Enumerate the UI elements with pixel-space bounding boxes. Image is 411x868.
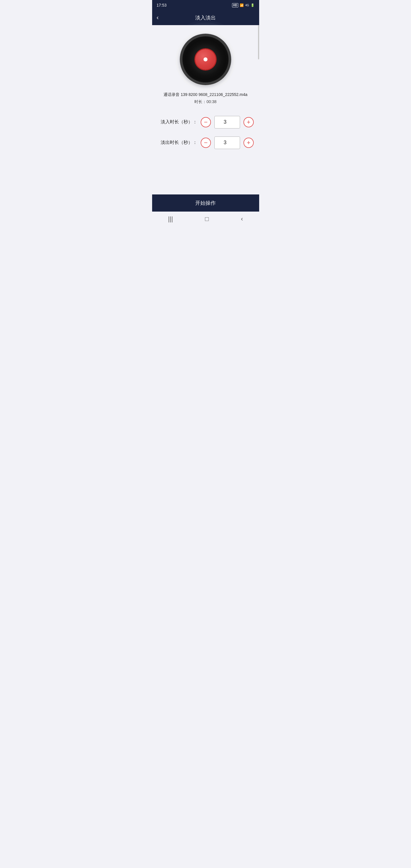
file-name: 通话录音 139 8200 9608_221106_222552.m4a xyxy=(163,92,247,98)
battery-icon: 🔋 xyxy=(251,3,255,7)
fade-out-decrease-button[interactable]: − xyxy=(201,137,211,148)
main-content: 通话录音 139 8200 9608_221106_222552.m4a 时长：… xyxy=(152,25,259,194)
vinyl-hole xyxy=(203,57,208,61)
status-time: 17:53 xyxy=(157,3,167,7)
fade-out-label: 淡出时长（秒）： xyxy=(157,140,197,146)
wifi-icon: 📶 xyxy=(240,3,244,7)
status-icons: HD 📶 4G 🔋 xyxy=(232,3,255,7)
back-nav-icon[interactable]: ‹ xyxy=(241,215,243,223)
fade-out-row: 淡出时长（秒）： − + xyxy=(158,136,253,149)
scroll-indicator xyxy=(258,25,259,59)
vinyl-center-label xyxy=(195,49,216,70)
vinyl-disc xyxy=(180,34,231,85)
start-button-label: 开始操作 xyxy=(195,200,216,206)
home-nav-icon[interactable]: □ xyxy=(205,215,209,223)
signal-icon: 4G xyxy=(245,4,249,7)
back-button[interactable]: ‹ xyxy=(157,14,159,21)
fade-out-input[interactable] xyxy=(214,136,240,149)
file-duration: 时长：00:38 xyxy=(194,99,216,104)
hd-badge: HD xyxy=(232,3,238,7)
start-button[interactable]: 开始操作 xyxy=(152,194,259,212)
page-title: 淡入淡出 xyxy=(195,14,216,21)
fade-in-row: 淡入时长（秒）： − + xyxy=(158,116,253,128)
vinyl-record xyxy=(180,34,231,85)
fade-in-decrease-button[interactable]: − xyxy=(201,117,211,127)
nav-bar: ||| □ ‹ xyxy=(152,212,259,226)
fade-out-increase-button[interactable]: + xyxy=(244,137,254,148)
fade-in-label: 淡入时长（秒）： xyxy=(157,119,197,125)
fade-in-increase-button[interactable]: + xyxy=(244,117,254,127)
menu-nav-icon[interactable]: ||| xyxy=(168,215,173,223)
status-bar: 17:53 HD 📶 4G 🔋 xyxy=(152,0,259,10)
fade-in-input[interactable] xyxy=(214,116,240,128)
header: ‹ 淡入淡出 xyxy=(152,10,259,25)
